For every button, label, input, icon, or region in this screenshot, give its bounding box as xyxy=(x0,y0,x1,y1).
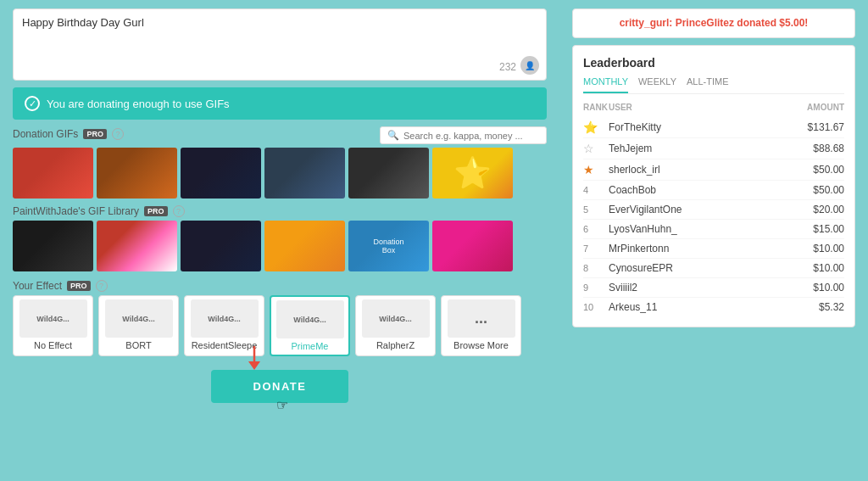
header-amount: AMOUNT xyxy=(793,103,844,112)
lb-row-8: 8 CynosureEPR $10.00 xyxy=(583,259,844,278)
effect-name-bort: BORT xyxy=(125,340,151,350)
gif-search-input[interactable] xyxy=(403,131,539,141)
effect-thumb-browse-more: ... xyxy=(448,299,515,338)
effect-name-ralpherz: RalpherZ xyxy=(376,340,415,350)
library-gifs-header: PaintWithJade's GIF Library PRO ? xyxy=(13,205,547,217)
lib-gif-item-2[interactable] xyxy=(97,221,177,271)
leaderboard-tabs: MONTHLY WEEKLY ALL-TIME xyxy=(583,76,844,94)
gif-img-5 xyxy=(348,148,429,199)
lb-row-3: ★ sherlock_irl $50.00 xyxy=(583,159,844,181)
effect-item-ralpherz[interactable]: Wild4G... RalpherZ xyxy=(355,295,436,356)
effect-item-bort[interactable]: Wild4G... BORT xyxy=(98,295,179,356)
lib-gif-item-4[interactable] xyxy=(264,221,345,271)
effect-section: Your Effect PRO ? Wild4G... No Effect Wi… xyxy=(13,280,547,356)
lb-amount-8: $10.00 xyxy=(793,262,844,274)
effect-name-no-effect: No Effect xyxy=(34,340,72,350)
lb-amount-7: $10.00 xyxy=(793,243,844,254)
library-gifs-row: DonationBox xyxy=(13,221,547,271)
lb-user-6: LyosVanHuhn_ xyxy=(609,223,793,235)
lb-rank-7: 7 xyxy=(583,243,609,254)
lb-row-7: 7 MrPinkertonn $10.00 xyxy=(583,239,844,259)
check-icon: ✓ xyxy=(25,96,40,111)
lb-amount-1: $131.67 xyxy=(793,121,844,133)
effect-header: Your Effect PRO ? xyxy=(13,280,547,292)
lb-user-4: CoachBob xyxy=(609,184,793,196)
right-panel: critty_gurl: PrinceGlitez donated $5.00!… xyxy=(559,0,868,481)
effect-item-browse-more[interactable]: ... Browse More xyxy=(441,295,521,356)
lb-row-2: ☆ TehJejem $88.68 xyxy=(583,138,844,159)
gif-img-2 xyxy=(97,148,177,199)
message-counter: 232 xyxy=(499,61,516,73)
effect-item-primeme[interactable]: Wild4G... PrimeMe xyxy=(270,295,350,356)
notification-highlight: critty_gurl: PrinceGlitez donated $5.00! xyxy=(620,17,809,29)
header-user: USER xyxy=(609,103,793,112)
effect-thumb-no-effect: Wild4G... xyxy=(19,299,87,338)
tab-weekly[interactable]: WEEKLY xyxy=(638,76,676,93)
donation-gifs-header: Donation GIFs PRO ? xyxy=(13,128,124,140)
lb-rank-10: 10 xyxy=(583,302,609,312)
lb-rank-4: 4 xyxy=(583,185,609,195)
pro-badge-library: PRO xyxy=(144,206,168,216)
lb-user-2: TehJejem xyxy=(609,143,793,154)
notification-text: critty_gurl: PrinceGlitez donated $5.00! xyxy=(620,17,809,29)
gif-item-5[interactable] xyxy=(348,148,429,199)
leaderboard-title: Leaderboard xyxy=(583,56,844,70)
arrow-indicator xyxy=(242,346,267,377)
lb-row-6: 6 LyosVanHuhn_ $15.00 xyxy=(583,220,844,239)
gif-item-3[interactable] xyxy=(181,148,261,199)
lb-amount-2: $88.68 xyxy=(793,143,844,154)
effect-row: Wild4G... No Effect Wild4G... BORT Wild4… xyxy=(13,295,547,356)
gif-item-4[interactable] xyxy=(264,148,345,199)
help-icon-library[interactable]: ? xyxy=(173,205,185,217)
lb-amount-3: $50.00 xyxy=(793,164,844,176)
help-icon-gifs[interactable]: ? xyxy=(112,128,124,140)
effect-thumb-ralpherz: Wild4G... xyxy=(362,299,430,338)
lib-gif-item-3[interactable] xyxy=(181,221,261,271)
tab-monthly[interactable]: MONTHLY xyxy=(583,76,628,93)
effect-item-no-effect[interactable]: Wild4G... No Effect xyxy=(13,295,93,356)
gif-img-6: ⭐ xyxy=(432,148,513,199)
lb-amount-10: $5.32 xyxy=(793,301,844,313)
pro-badge-gifs: PRO xyxy=(83,129,107,139)
avatar: 👤 xyxy=(520,56,539,75)
lb-row-9: 9 Sviiiil2 $10.00 xyxy=(583,278,844,298)
lb-user-8: CynosureEPR xyxy=(609,262,793,274)
effect-name-browse-more: Browse More xyxy=(453,340,509,350)
search-icon: 🔍 xyxy=(387,130,399,141)
lb-rank-1: ⭐ xyxy=(583,120,609,134)
donation-notice: ✓ You are donating enough to use GIFs xyxy=(13,87,547,120)
donation-gifs-section: Donation GIFs PRO ? 🔍 xyxy=(13,126,547,199)
pro-badge-effect: PRO xyxy=(67,281,91,291)
lib-gif-item-6[interactable] xyxy=(432,221,513,271)
lb-row-1: ⭐ ForTheKitty $131.67 xyxy=(583,117,844,138)
lb-rank-3: ★ xyxy=(583,163,609,176)
lb-user-10: Arkeus_11 xyxy=(609,301,793,313)
gif-item-6[interactable]: ⭐ xyxy=(432,148,513,199)
lib-gif-item-1[interactable] xyxy=(13,221,93,271)
help-icon-effect[interactable]: ? xyxy=(96,280,108,292)
gif-item-2[interactable] xyxy=(97,148,177,199)
lb-rank-5: 5 xyxy=(583,204,609,215)
lb-row-5: 5 EverVigilantOne $20.00 xyxy=(583,200,844,220)
lb-rank-6: 6 xyxy=(583,224,609,234)
gif-search-wrapper[interactable]: 🔍 xyxy=(380,126,547,144)
leaderboard-panel: Leaderboard MONTHLY WEEKLY ALL-TIME RANK… xyxy=(572,45,855,327)
notification-banner: critty_gurl: PrinceGlitez donated $5.00! xyxy=(572,8,855,38)
donation-gifs-row: ⭐ xyxy=(13,148,547,199)
lb-row-10: 10 Arkeus_11 $5.32 xyxy=(583,298,844,316)
gif-item-1[interactable] xyxy=(13,148,93,199)
lib-gif-item-5[interactable]: DonationBox xyxy=(348,221,429,271)
effect-thumb-primeme: Wild4G... xyxy=(276,300,344,338)
left-panel: Happy Birthday Day Gurl 232 👤 ✓ You are … xyxy=(0,0,559,481)
gif-img-4 xyxy=(264,148,345,199)
tab-all-time[interactable]: ALL-TIME xyxy=(687,76,729,93)
leaderboard-headers: RANK USER AMOUNT xyxy=(583,103,844,112)
lb-row-4: 4 CoachBob $50.00 xyxy=(583,181,844,200)
lb-rank-8: 8 xyxy=(583,263,609,273)
lb-user-1: ForTheKitty xyxy=(609,121,793,133)
gif-img-1 xyxy=(13,148,93,199)
lb-user-7: MrPinkertonn xyxy=(609,243,793,254)
header-rank: RANK xyxy=(583,103,609,112)
lb-amount-4: $50.00 xyxy=(793,184,844,196)
lb-user-5: EverVigilantOne xyxy=(609,204,793,215)
